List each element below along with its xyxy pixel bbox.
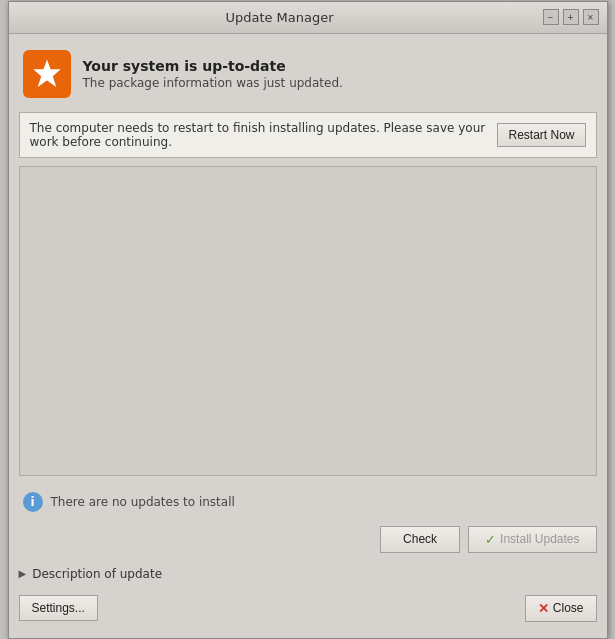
expand-arrow-icon: ▶	[19, 568, 27, 579]
main-content: Your system is up-to-date The package in…	[9, 34, 607, 638]
restart-banner: The computer needs to restart to finish …	[19, 112, 597, 158]
restart-text: The computer needs to restart to finish …	[30, 121, 488, 149]
install-updates-button[interactable]: ✓ Install Updates	[468, 526, 596, 553]
description-bar[interactable]: ▶ Description of update	[19, 565, 597, 583]
no-updates-text: There are no updates to install	[51, 495, 235, 509]
update-manager-window: Update Manager − + × Your system is up-t…	[8, 1, 608, 639]
maximize-button[interactable]: +	[563, 9, 579, 25]
status-title: Your system is up-to-date	[83, 58, 343, 74]
minimize-button[interactable]: −	[543, 9, 559, 25]
description-label: Description of update	[32, 567, 162, 581]
install-updates-label: Install Updates	[500, 532, 579, 546]
check-button[interactable]: Check	[380, 526, 460, 553]
close-label: Close	[553, 601, 584, 615]
checkmark-icon: ✓	[485, 532, 496, 547]
status-text-block: Your system is up-to-date The package in…	[83, 58, 343, 90]
info-icon: i	[23, 492, 43, 512]
svg-marker-0	[33, 59, 61, 87]
status-section: Your system is up-to-date The package in…	[19, 44, 597, 104]
close-window-button[interactable]: ✕ Close	[525, 595, 597, 622]
bottom-bar: Settings... ✕ Close	[19, 591, 597, 628]
close-x-icon: ✕	[538, 601, 549, 616]
titlebar: Update Manager − + ×	[9, 2, 607, 34]
settings-button[interactable]: Settings...	[19, 595, 98, 621]
gear-star-icon	[31, 58, 63, 90]
update-icon	[23, 50, 71, 98]
window-title: Update Manager	[17, 10, 543, 25]
update-list-area	[19, 166, 597, 476]
update-list-inner	[20, 167, 596, 475]
no-updates-bar: i There are no updates to install	[19, 486, 597, 518]
action-buttons: Check ✓ Install Updates	[19, 526, 597, 557]
status-subtitle: The package information was just updated…	[83, 76, 343, 90]
restart-now-button[interactable]: Restart Now	[497, 123, 585, 147]
window-controls: − + ×	[543, 9, 599, 25]
close-button[interactable]: ×	[583, 9, 599, 25]
